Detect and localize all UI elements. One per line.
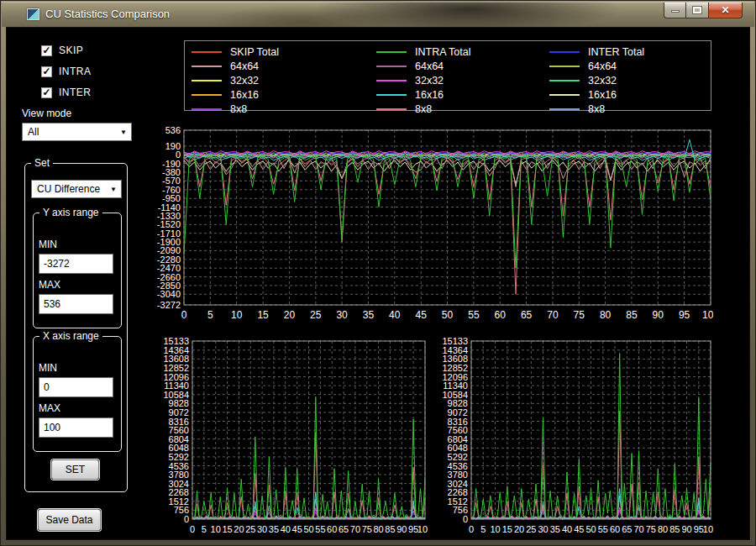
minimize-button[interactable] bbox=[664, 3, 686, 18]
legend-item: 8x8 bbox=[192, 102, 376, 116]
set-groupbox-title: Set bbox=[31, 157, 53, 169]
x-tick-label: 60 bbox=[610, 524, 620, 534]
x-tick-label: 65 bbox=[622, 524, 632, 534]
legend-label: 8x8 bbox=[588, 103, 605, 115]
y-tick-label: 0 bbox=[184, 514, 189, 524]
x-tick-label: 35 bbox=[269, 524, 279, 534]
legend-swatch-icon bbox=[192, 51, 222, 53]
x-tick-label: 75 bbox=[574, 309, 585, 321]
x-tick-label: 60 bbox=[495, 309, 507, 321]
y-min-input[interactable] bbox=[39, 254, 113, 274]
x-tick-label: 100 bbox=[702, 309, 713, 321]
x-max-label: MAX bbox=[39, 402, 60, 414]
x-tick-label: 40 bbox=[389, 309, 401, 321]
x-tick-label: 25 bbox=[245, 524, 255, 534]
legend-column: SKIP Total64x6432x3216x168x8 bbox=[192, 45, 376, 116]
window-icon bbox=[27, 8, 39, 20]
legend-item: 32x32 bbox=[376, 73, 549, 87]
y-max-input[interactable] bbox=[39, 294, 113, 314]
view-mode-dropdown[interactable]: All ▼ bbox=[22, 123, 132, 141]
x-tick-label: 80 bbox=[373, 524, 383, 534]
x-tick-label: 35 bbox=[550, 524, 560, 534]
x-tick-label: 100 bbox=[417, 524, 428, 534]
legend-swatch-icon bbox=[549, 80, 580, 81]
checkbox-skip-label: SKIP bbox=[59, 45, 83, 56]
legend-label: INTRA Total bbox=[415, 46, 470, 58]
x-tick-label: 100 bbox=[703, 524, 713, 534]
legend-label: 32x32 bbox=[588, 75, 617, 87]
view-mode-label: View mode bbox=[22, 108, 71, 119]
title-bar[interactable]: CU Statistics Comparison ✕ bbox=[2, 2, 754, 27]
x-tick-label: 15 bbox=[222, 524, 232, 534]
y-tick-label: 0 bbox=[463, 514, 468, 524]
x-tick-label: 45 bbox=[292, 524, 302, 534]
x-tick-label: 75 bbox=[646, 524, 656, 534]
legend-label: 16x16 bbox=[415, 89, 444, 101]
x-max-input[interactable] bbox=[39, 417, 113, 438]
checkbox-check-icon[interactable]: ✓ bbox=[41, 45, 52, 56]
close-button[interactable]: ✕ bbox=[709, 3, 743, 18]
x-tick-label: 70 bbox=[633, 524, 643, 534]
checkbox-check-icon[interactable]: ✓ bbox=[41, 87, 52, 98]
y-axis-range-title: Y axis range bbox=[39, 207, 102, 218]
legend-swatch-icon bbox=[192, 66, 222, 67]
y-tick-label: 536 bbox=[165, 125, 181, 135]
legend-label: 16x16 bbox=[588, 89, 617, 101]
x-tick-label: 15 bbox=[257, 309, 269, 321]
legend-item: 64x64 bbox=[192, 59, 376, 73]
y-tick-label: -3040 bbox=[157, 289, 181, 299]
x-tick-label: 35 bbox=[363, 309, 375, 321]
legend-label: 8x8 bbox=[415, 103, 432, 115]
set1-chart: 1513314364136081285212096113401058498289… bbox=[150, 337, 428, 546]
x-tick-label: 65 bbox=[521, 309, 533, 321]
x-tick-label: 0 bbox=[469, 524, 474, 534]
legend-item: 8x8 bbox=[549, 102, 711, 116]
y-tick-label: -3272 bbox=[157, 300, 181, 310]
x-tick-label: 5 bbox=[202, 524, 207, 534]
legend-column: INTER Total64x6432x3216x168x8 bbox=[549, 45, 711, 116]
legend-item: 64x64 bbox=[549, 59, 711, 73]
x-tick-label: 10 bbox=[490, 524, 500, 534]
x-tick-label: 5 bbox=[480, 524, 486, 534]
checkbox-skip[interactable]: ✓ SKIP bbox=[41, 45, 83, 56]
x-tick-label: 60 bbox=[327, 524, 337, 534]
legend-swatch-icon bbox=[376, 94, 407, 96]
x-tick-label: 30 bbox=[257, 524, 267, 534]
x-tick-label: 50 bbox=[442, 309, 454, 321]
legend-label: SKIP Total bbox=[230, 46, 279, 58]
checkbox-inter-label: INTER bbox=[59, 87, 92, 98]
legend: SKIP Total64x6432x3216x168x8INTRA Total6… bbox=[184, 40, 711, 111]
checkbox-intra[interactable]: ✓ INTRA bbox=[41, 66, 92, 77]
legend-label: 64x64 bbox=[588, 60, 617, 72]
y-min-label: MIN bbox=[39, 239, 57, 250]
x-tick-label: 70 bbox=[547, 309, 559, 321]
caption-buttons: ✕ bbox=[664, 3, 743, 18]
legend-item: INTRA Total bbox=[376, 45, 549, 59]
x-tick-label: 80 bbox=[658, 524, 668, 534]
x-tick-label: 10 bbox=[211, 524, 221, 534]
legend-item: 16x16 bbox=[376, 87, 549, 102]
legend-item: 8x8 bbox=[376, 102, 549, 116]
x-tick-label: 20 bbox=[284, 309, 296, 321]
x-tick-label: 25 bbox=[526, 524, 536, 534]
legend-label: INTER Total bbox=[588, 46, 644, 58]
checkbox-inter[interactable]: ✓ INTER bbox=[41, 87, 92, 98]
x-tick-label: 5 bbox=[207, 309, 213, 321]
save-data-button[interactable]: Save Data bbox=[38, 509, 101, 531]
dataset-dropdown[interactable]: CU Difference ▼ bbox=[31, 180, 122, 198]
chevron-down-icon: ▼ bbox=[110, 186, 117, 193]
checkbox-check-icon[interactable]: ✓ bbox=[41, 66, 52, 77]
set-button[interactable]: SET bbox=[51, 459, 99, 480]
window-frame: CU Statistics Comparison ✕ ✓ SKIP ✓ INTR… bbox=[0, 0, 756, 546]
x-tick-label: 90 bbox=[396, 524, 407, 534]
x-tick-label: 50 bbox=[585, 524, 596, 534]
legend-swatch-icon bbox=[192, 94, 222, 96]
legend-label: 64x64 bbox=[230, 60, 259, 72]
x-tick-label: 25 bbox=[310, 309, 322, 321]
legend-swatch-icon bbox=[549, 108, 580, 110]
maximize-button[interactable] bbox=[686, 3, 709, 18]
x-tick-label: 50 bbox=[303, 524, 313, 534]
set2-chart: 1513314364136081285212096113401058498289… bbox=[429, 337, 713, 546]
legend-item: 16x16 bbox=[549, 87, 711, 102]
x-min-input[interactable] bbox=[39, 377, 113, 397]
